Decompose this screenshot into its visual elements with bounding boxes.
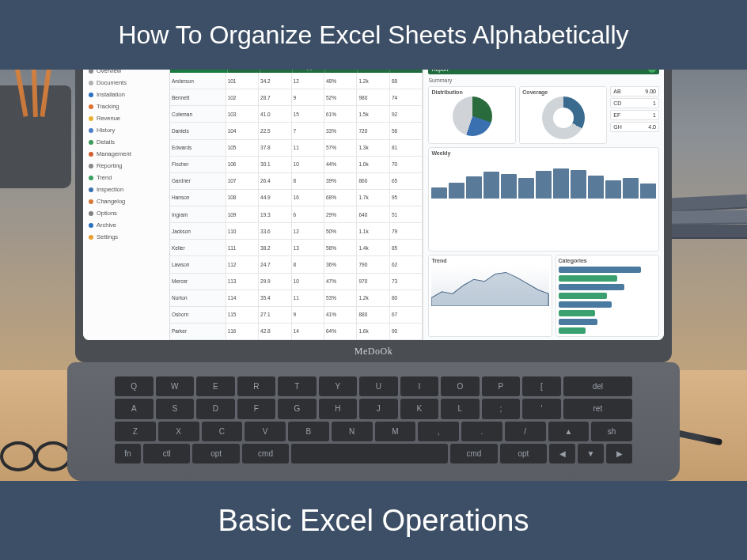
- table-cell: 27.1: [259, 307, 291, 323]
- table-row[interactable]: Coleman10341.01561%1.5k92: [170, 106, 423, 123]
- table-cell: 10: [292, 157, 324, 172]
- stat-value: 4.0: [648, 124, 656, 130]
- table-row[interactable]: Edwards10537.81157%1.3k81: [170, 140, 423, 157]
- sidebar-item[interactable]: Options: [86, 207, 166, 219]
- keyboard-key: cmd: [242, 444, 289, 464]
- page-subtitle: Basic Excel Operations: [218, 504, 529, 538]
- sidebar-item[interactable]: Archive: [86, 219, 166, 231]
- sidebar-item[interactable]: Trend: [86, 172, 166, 184]
- table-cell: 106: [226, 157, 259, 172]
- table-row[interactable]: Parker11642.81464%1.6k90: [170, 324, 423, 340]
- table-row[interactable]: Gardner10726.4839%86065: [170, 173, 423, 190]
- table-cell: Fischer: [170, 157, 226, 172]
- bar: [571, 170, 586, 199]
- sidebar-item[interactable]: Inspection: [86, 184, 166, 195]
- table-row[interactable]: Osborn11527.1941%88067: [170, 307, 423, 324]
- table-cell: Keller: [170, 240, 226, 255]
- line-chart-panel: Trend: [428, 255, 552, 337]
- table-row[interactable]: Anderson10134.21248%1.2k88: [170, 73, 423, 89]
- table-cell: 880: [357, 307, 389, 323]
- table-row[interactable]: Mercer11329.91047%97073: [170, 274, 423, 290]
- keyboard-key: sh: [591, 422, 632, 441]
- table-row[interactable]: Jackson11033.61250%1.1k79: [170, 223, 423, 240]
- keyboard-key: ctl: [143, 444, 190, 464]
- table-row[interactable]: Norton11435.41153%1.2k80: [170, 290, 423, 307]
- keyboard-key: B: [288, 422, 329, 441]
- table-cell: 115: [226, 307, 259, 323]
- subtitle-banner: Basic Excel Operations: [0, 481, 747, 560]
- keyboard-row: ASDFGHJKL;'ret: [115, 399, 632, 418]
- keyboard-row: fnctloptcmdcmdopt◀▼▶: [115, 444, 632, 464]
- table-cell: 73: [390, 274, 423, 289]
- bar: [536, 171, 552, 199]
- sidebar-item[interactable]: Revenue: [86, 112, 166, 124]
- table-cell: 64%: [324, 324, 357, 339]
- stat-label: AB: [613, 89, 620, 94]
- table-cell: 57%: [324, 140, 357, 156]
- sidebar-item-label: Inspection: [97, 186, 123, 193]
- dashboard-area: Report Summary Distribution Coverage: [423, 70, 664, 340]
- notebook-icon: [668, 225, 747, 239]
- table-row[interactable]: Bennett10228.7952%98074: [170, 89, 423, 106]
- table-cell: 1.2k: [357, 73, 389, 89]
- table-row[interactable]: Hanson10844.91668%1.7k95: [170, 190, 423, 206]
- dashboard-title: Report: [431, 70, 448, 72]
- table-cell: 37.8: [259, 140, 291, 156]
- table-row[interactable]: Ingram10919.3629%64051: [170, 206, 423, 223]
- table-cell: 13: [292, 240, 324, 255]
- table-cell: 790: [357, 256, 389, 272]
- keyboard-key: ': [522, 399, 561, 418]
- table-cell: 35.4: [259, 290, 291, 306]
- table-cell: Norton: [170, 290, 226, 306]
- table-cell: 34.2: [259, 73, 291, 89]
- sidebar-item-label: Changelog: [97, 198, 125, 205]
- sidebar-item[interactable]: Management: [86, 148, 166, 160]
- sidebar-item[interactable]: Changelog: [86, 195, 166, 207]
- bar: [431, 187, 447, 199]
- table-row[interactable]: Lawson11224.7836%79062: [170, 256, 423, 273]
- sidebar-item[interactable]: Installation: [86, 89, 166, 100]
- pie-chart-icon: [453, 96, 492, 136]
- table-cell: Hanson: [170, 190, 226, 206]
- keyboard-key: T: [278, 376, 317, 396]
- sidebar-item[interactable]: Settings: [86, 231, 166, 243]
- sidebar-item-label: Revenue: [97, 115, 120, 122]
- sidebar-item[interactable]: Details: [86, 136, 166, 148]
- bullet-icon: [89, 176, 93, 180]
- sidebar-item[interactable]: Reporting: [86, 160, 166, 172]
- table-cell: 38.2: [259, 240, 291, 255]
- bar: [483, 172, 499, 199]
- sidebar-item[interactable]: Overview: [86, 70, 166, 77]
- table-row[interactable]: Daniels10422.5733%72058: [170, 123, 423, 139]
- table-cell: 114: [226, 290, 259, 306]
- horizontal-bar-chart: [559, 265, 656, 334]
- table-row[interactable]: Fischer10630.11044%1.0k70: [170, 157, 423, 173]
- table-cell: 1.7k: [357, 190, 389, 206]
- hero-scene: OverviewDocumentsInstallationTrackingRev…: [0, 70, 747, 481]
- keyboard-key: P: [482, 376, 521, 396]
- hbar: [559, 301, 612, 308]
- table-cell: 11: [292, 140, 324, 156]
- stat-item: GH4.0: [610, 122, 659, 132]
- bar-chart-panel: Weekly: [428, 147, 659, 252]
- sidebar-item[interactable]: Tracking: [86, 100, 166, 112]
- table-cell: 111: [226, 240, 259, 255]
- table-cell: 58%: [324, 240, 357, 255]
- table-cell: 116: [226, 324, 259, 339]
- table-cell: 51: [390, 206, 423, 222]
- sidebar-item-label: Settings: [97, 233, 118, 240]
- laptop: OverviewDocumentsInstallationTrackingRev…: [75, 70, 672, 481]
- notebook-icon: [668, 210, 747, 225]
- sidebar-item[interactable]: History: [86, 124, 166, 136]
- stat-value: 9.00: [645, 89, 656, 94]
- sidebar-item[interactable]: Documents: [86, 77, 166, 89]
- stat-label: GH: [613, 124, 622, 130]
- keyboard-key: ,: [418, 422, 459, 441]
- table-cell: 80: [390, 290, 423, 306]
- stat-value: 1: [653, 112, 656, 118]
- stats-panel: AB9.00CD1EF1GH4.0: [610, 86, 659, 144]
- table-row[interactable]: Keller11138.21358%1.4k85: [170, 240, 423, 256]
- hbar: [559, 284, 625, 290]
- table-cell: 30.1: [259, 157, 291, 172]
- sidebar-item-label: History: [97, 127, 115, 134]
